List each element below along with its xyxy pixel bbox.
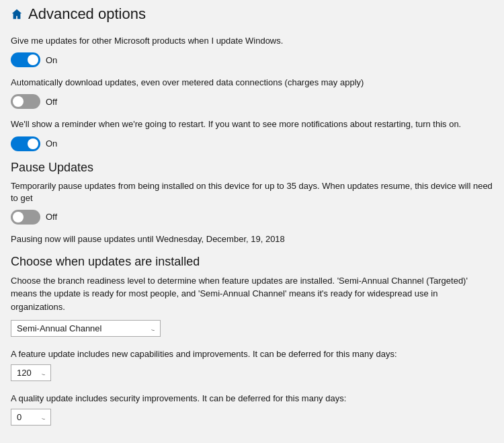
- metered-data-toggle[interactable]: [11, 94, 40, 109]
- microsoft-products-toggle-row: On: [11, 52, 493, 67]
- feature-days-dropdown-arrow: ⦦: [42, 369, 45, 376]
- pause-updates-description: Temporarily pause updates from being ins…: [11, 180, 493, 204]
- quality-days-dropdown-wrap[interactable]: 0 7 14 21 28 35 ⦦: [11, 409, 51, 426]
- restart-reminder-toggle-row: On: [11, 136, 493, 151]
- metered-data-label: Automatically download updates, even ove…: [11, 77, 493, 89]
- page-title: Advanced options: [28, 5, 146, 23]
- metered-data-section: Automatically download updates, even ove…: [11, 77, 493, 109]
- quality-days-dropdown-arrow: ⦦: [42, 413, 45, 421]
- restart-reminder-toggle-state: On: [46, 138, 57, 149]
- microsoft-products-toggle-state: On: [46, 55, 57, 65]
- microsoft-products-label: Give me updates for other Microsoft prod…: [11, 35, 493, 47]
- choose-when-description: Choose the branch readiness level to det…: [11, 274, 493, 314]
- quality-update-label: A quality update includes security impro…: [11, 393, 493, 403]
- home-icon[interactable]: [11, 8, 23, 20]
- choose-when-section: Choose when updates are installed Choose…: [11, 255, 493, 436]
- pause-updates-toggle-row: Off: [11, 210, 493, 225]
- pause-updates-toggle-state: Off: [46, 212, 57, 222]
- quality-days-select[interactable]: 0 7 14 21 28 35: [17, 412, 30, 422]
- pause-updates-heading: Pause Updates: [11, 161, 493, 175]
- channel-dropdown-arrow: ⦦: [151, 325, 155, 332]
- choose-when-heading: Choose when updates are installed: [11, 255, 493, 269]
- microsoft-products-toggle[interactable]: [11, 52, 40, 67]
- microsoft-products-section: Give me updates for other Microsoft prod…: [11, 35, 493, 67]
- page-header: Advanced options: [11, 5, 493, 23]
- channel-select[interactable]: Semi-Annual Channel Semi-Annual Channel …: [17, 323, 147, 333]
- channel-dropdown-wrap[interactable]: Semi-Annual Channel Semi-Annual Channel …: [11, 320, 161, 337]
- feature-update-label: A feature update includes new capabiliti…: [11, 349, 493, 359]
- restart-reminder-toggle[interactable]: [11, 136, 40, 151]
- restart-reminder-section: We'll show a reminder when we're going t…: [11, 118, 493, 151]
- feature-days-dropdown-wrap[interactable]: 0 30 60 90 120 150 180 ⦦: [11, 364, 51, 381]
- pause-date-text: Pausing now will pause updates until Wed…: [11, 234, 493, 244]
- restart-reminder-label: We'll show a reminder when we're going t…: [11, 118, 493, 130]
- metered-data-toggle-row: Off: [11, 94, 493, 109]
- metered-data-toggle-state: Off: [46, 97, 57, 107]
- feature-days-select[interactable]: 0 30 60 90 120 150 180: [17, 368, 34, 378]
- pause-updates-section: Pause Updates Temporarily pause updates …: [11, 161, 493, 244]
- pause-updates-toggle[interactable]: [11, 210, 40, 225]
